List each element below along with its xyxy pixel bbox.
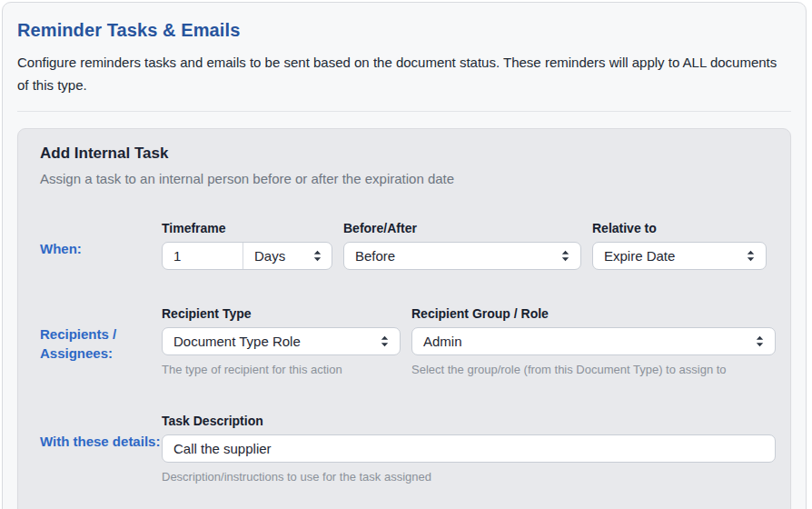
recipient-group-helper: Select the group/role (from this Documen…	[411, 363, 776, 376]
select-arrows-icon	[560, 249, 570, 263]
relative-to-label: Relative to	[592, 221, 767, 235]
recipients-row: Recipients / Assignees: Recipient Type D…	[40, 306, 776, 376]
task-description-input[interactable]	[162, 434, 776, 463]
select-arrows-icon	[746, 249, 756, 263]
when-row-label: When:	[40, 221, 162, 270]
select-arrows-icon	[312, 249, 322, 263]
panel-subtitle: Assign a task to an internal person befo…	[40, 171, 776, 186]
recipient-group-select[interactable]: Admin	[411, 327, 776, 355]
relative-to-select[interactable]: Expire Date	[592, 242, 767, 270]
task-description-label: Task Description	[162, 414, 776, 428]
page-description: Configure reminders tasks and emails to …	[17, 52, 791, 97]
before-after-select[interactable]: Before	[343, 242, 581, 270]
recipient-group-field: Recipient Group / Role Admin Select the …	[411, 306, 776, 376]
header-divider	[17, 111, 791, 112]
timeframe-unit-select[interactable]: Days	[243, 243, 332, 269]
relative-to-value: Expire Date	[604, 248, 675, 264]
select-arrows-icon	[755, 334, 765, 348]
before-after-field: Before/After Before	[343, 221, 581, 270]
panel-title: Add Internal Task	[40, 145, 776, 163]
details-row: With these details: Task Description Des…	[40, 414, 776, 484]
page-title: Reminder Tasks & Emails	[17, 20, 791, 41]
reminder-settings-card: Reminder Tasks & Emails Configure remind…	[2, 2, 807, 509]
timeframe-input[interactable]	[163, 243, 243, 269]
relative-to-field: Relative to Expire Date	[592, 221, 767, 270]
timeframe-unit-value: Days	[254, 248, 285, 264]
when-row: When: Timeframe Days Bef	[40, 221, 776, 270]
timeframe-label: Timeframe	[162, 221, 332, 235]
before-after-value: Before	[355, 248, 395, 264]
before-after-label: Before/After	[343, 221, 581, 235]
recipient-type-label: Recipient Type	[162, 306, 401, 321]
select-arrows-icon	[380, 334, 390, 348]
recipients-row-label: Recipients / Assignees:	[40, 306, 162, 376]
recipient-type-field: Recipient Type Document Type Role The ty…	[162, 306, 401, 376]
add-internal-task-panel: Add Internal Task Assign a task to an in…	[17, 128, 791, 509]
recipient-group-label: Recipient Group / Role	[411, 306, 776, 321]
recipient-type-value: Document Type Role	[173, 334, 301, 349]
timeframe-input-group: Days	[162, 242, 332, 270]
details-row-label: With these details:	[40, 414, 162, 484]
recipient-type-select[interactable]: Document Type Role	[162, 327, 401, 355]
recipient-group-value: Admin	[423, 334, 462, 349]
timeframe-field: Timeframe Days	[162, 221, 332, 270]
task-description-field: Task Description Description/instruction…	[162, 414, 776, 484]
task-description-helper: Description/instructions to use for the …	[162, 470, 776, 484]
recipient-type-helper: The type of recipient for this action	[162, 363, 401, 376]
